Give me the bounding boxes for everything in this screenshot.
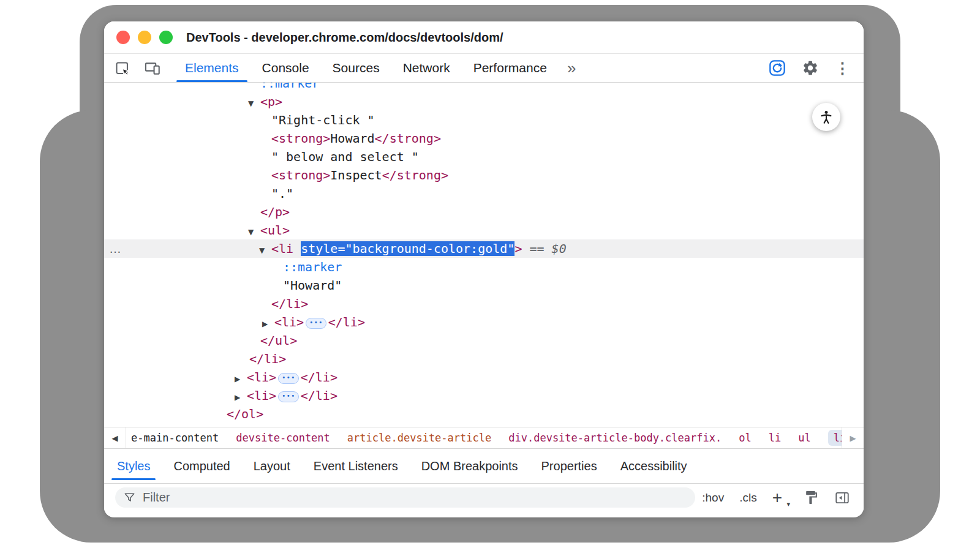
tree-row[interactable]: ::marker [104, 258, 864, 276]
filter-input-pill[interactable] [115, 487, 695, 508]
tree-token: <p> [260, 94, 282, 109]
zoom-window-button[interactable] [159, 31, 173, 44]
disclosure-arrow-icon[interactable]: ▼ [248, 223, 260, 241]
filter-funnel-icon [123, 490, 137, 505]
more-tabs-button[interactable]: » [559, 54, 584, 82]
tree-token: <li> [247, 388, 276, 403]
tab-network[interactable]: Network [391, 54, 462, 82]
breadcrumb-scroll-left-button[interactable]: ◀ [104, 427, 126, 448]
tab-event-listeners[interactable]: Event Listeners [302, 449, 410, 483]
tree-row[interactable]: <strong>Inspect</strong> [104, 166, 864, 184]
kebab-menu-button[interactable]: ⋮ [835, 61, 850, 76]
breadcrumb-item[interactable]: ol [739, 432, 751, 444]
breadcrumb-item[interactable]: div.devsite-article-body.clearfix. [508, 432, 722, 444]
plus-icon: + [772, 488, 782, 507]
tree-row-content: </ol> [104, 405, 864, 423]
paint-roller-button[interactable] [804, 490, 819, 505]
breadcrumb-item[interactable]: article.devsite-article [347, 432, 491, 444]
tree-row[interactable]: ▼<p> [104, 92, 864, 111]
breadcrumb-item[interactable]: li [769, 432, 781, 444]
accessibility-button[interactable] [812, 103, 840, 131]
tree-row[interactable]: </p> [104, 203, 864, 221]
tree-row[interactable]: ::marker [104, 83, 864, 92]
close-window-button[interactable] [116, 31, 130, 44]
tree-row[interactable]: ▼<ul> [104, 221, 864, 239]
toolbar-left-icons [114, 54, 161, 82]
chevron-double-icon: » [567, 59, 576, 78]
tree-token: Inspect [330, 168, 382, 182]
breadcrumb-item[interactable]: devsite-content [236, 432, 330, 444]
tab-console[interactable]: Console [251, 54, 321, 82]
panel-tabs: Elements Console Sources Network Perform… [173, 54, 559, 82]
tab-elements[interactable]: Elements [173, 54, 251, 82]
breadcrumb-list: e-main-contentdevsite-contentarticle.dev… [126, 430, 842, 446]
disclosure-arrow-icon[interactable]: ▼ [248, 94, 260, 113]
sync-badge-button[interactable] [769, 59, 786, 77]
window-title: DevTools - developer.chrome.com/docs/dev… [186, 31, 503, 45]
tree-row[interactable]: " below and select " [104, 148, 864, 166]
styles-filter-bar: :hov .cls + ▾ [104, 484, 864, 511]
breadcrumb-item[interactable]: e-main-content [131, 432, 219, 444]
tree-row-selected[interactable]: …▼<li style="background-color:gold"> == … [104, 239, 864, 258]
device-toolbar-button[interactable] [144, 59, 161, 77]
tree-row[interactable]: ▶<li>•••</li> [104, 313, 864, 331]
tree-row-content: " below and select " [104, 148, 864, 166]
tree-row-content: "Howard" [104, 276, 864, 295]
tree-row[interactable]: </ul> [104, 331, 864, 350]
toolbar-right-icons: ⋮ [769, 54, 864, 82]
tree-row[interactable]: </ol> [104, 405, 864, 423]
settings-button[interactable] [802, 59, 819, 77]
tree-token: <strong> [271, 168, 330, 182]
element-classes-button[interactable]: .cls [739, 491, 757, 505]
tree-row[interactable]: ▶<li>•••</li> [104, 368, 864, 386]
inspect-element-button[interactable] [114, 60, 130, 77]
tab-dom-breakpoints[interactable]: DOM Breakpoints [410, 449, 530, 483]
tree-row-content: "." [104, 184, 864, 203]
tree-row[interactable]: <strong>Howard</strong> [104, 129, 864, 148]
tab-computed[interactable]: Computed [162, 449, 241, 483]
tree-token: "Howard" [283, 278, 342, 293]
dom-tree[interactable]: ::marker▼<p>"Right-click "<strong>Howard… [104, 83, 864, 427]
tree-token: <ul> [260, 223, 290, 238]
filter-input[interactable] [143, 490, 688, 505]
breadcrumb-scroll-right-button[interactable]: ▶ [842, 427, 864, 448]
tree-row[interactable]: "Right-click " [104, 111, 864, 129]
disclosure-arrow-icon[interactable]: ▶ [262, 315, 274, 333]
tree-row[interactable]: </li> [104, 295, 864, 313]
titlebar: DevTools - developer.chrome.com/docs/dev… [104, 21, 864, 54]
tab-layout[interactable]: Layout [242, 449, 302, 483]
tab-accessibility[interactable]: Accessibility [609, 449, 699, 483]
tree-token: "." [271, 186, 293, 201]
tree-token: </ul> [260, 333, 297, 348]
tree-token: == [522, 241, 551, 256]
tree-token: </p> [260, 205, 290, 219]
tree-row[interactable]: "Howard" [104, 276, 864, 295]
traffic-lights [116, 31, 173, 44]
tree-row[interactable]: </li> [104, 350, 864, 368]
dock-sidebar-button[interactable] [834, 490, 850, 506]
inline-expand-icon[interactable]: ••• [306, 318, 326, 329]
minimize-window-button[interactable] [138, 31, 151, 44]
tree-token: </strong> [375, 131, 441, 146]
tab-sources[interactable]: Sources [321, 54, 391, 82]
toggle-element-state-button[interactable]: :hov [702, 491, 724, 505]
tree-row-content: ▼<li style="background-color:gold"> == $… [104, 239, 864, 260]
new-style-rule-button[interactable]: + ▾ [772, 489, 788, 506]
tree-row-content: "Right-click " [104, 111, 864, 129]
disclosure-arrow-icon[interactable]: ▼ [259, 241, 271, 260]
tab-performance[interactable]: Performance [462, 54, 559, 82]
tree-row[interactable]: "." [104, 184, 864, 203]
inline-expand-icon[interactable]: ••• [278, 391, 299, 402]
breadcrumb-item[interactable]: ul [798, 432, 810, 444]
tab-properties[interactable]: Properties [530, 449, 609, 483]
row-more-actions-icon[interactable]: … [109, 239, 122, 258]
tab-styles[interactable]: Styles [105, 449, 162, 483]
inline-expand-icon[interactable]: ••• [278, 373, 299, 384]
tree-token: <li> [247, 370, 276, 385]
breadcrumb-item-selected[interactable]: li [828, 430, 842, 446]
dock-sidebar-icon [834, 490, 850, 506]
tree-token: </li> [249, 351, 286, 366]
tree-row[interactable]: ▶<li>•••</li> [104, 386, 864, 405]
disclosure-arrow-icon[interactable]: ▶ [235, 388, 247, 407]
disclosure-arrow-icon[interactable]: ▶ [235, 370, 247, 388]
